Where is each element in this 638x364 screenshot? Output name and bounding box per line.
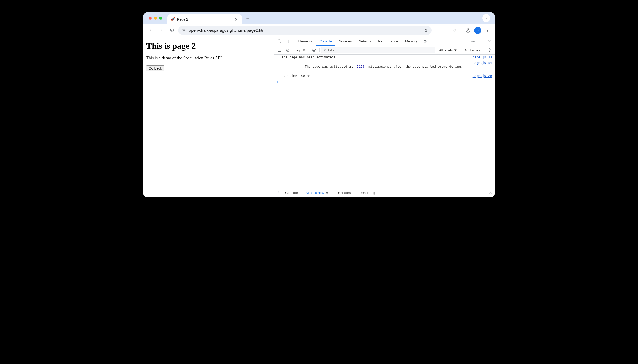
console-log: The page has been activated! page.js:33 … [274, 55, 495, 188]
issues-label: No Issues [465, 48, 480, 52]
labs-button[interactable] [464, 26, 473, 35]
filter-input[interactable] [328, 48, 433, 52]
devtools-close-button[interactable] [485, 39, 493, 43]
log-levels-selector[interactable]: All levels ▼ [437, 48, 459, 52]
drawer-close-button[interactable] [489, 191, 492, 195]
chevrons-right-icon [423, 39, 427, 43]
inspect-button[interactable] [276, 39, 283, 43]
svg-point-8 [473, 41, 474, 42]
tab-sources[interactable]: Sources [336, 37, 355, 46]
log-text: The page has been activated! [282, 55, 336, 59]
svg-point-16 [314, 50, 315, 51]
window-minimize-button[interactable] [154, 17, 157, 20]
tab-title: Page 2 [177, 17, 231, 21]
tab-memory[interactable]: Memory [402, 37, 421, 46]
inspect-icon [277, 39, 282, 43]
gear-icon [488, 48, 492, 52]
forward-button[interactable] [157, 26, 166, 35]
console-toolbar: top ▼ All levels ▼ No Issues [274, 46, 495, 55]
tab-elements[interactable]: Elements [295, 37, 316, 46]
svg-point-9 [481, 40, 481, 40]
tab-performance[interactable]: Performance [375, 37, 401, 46]
new-tab-button[interactable]: ＋ [244, 14, 252, 22]
toolbar: open-chalk-asparagus.glitch.me/page2.htm… [143, 24, 495, 37]
web-page: This is page 2 This is a demo of the Spe… [143, 37, 274, 197]
drawer-menu-button[interactable] [276, 191, 280, 195]
drawer-tab-rendering[interactable]: Rendering [356, 188, 379, 197]
console-settings-button[interactable] [486, 48, 493, 52]
svg-point-1 [185, 31, 185, 31]
tabs-overflow-button[interactable] [421, 39, 429, 43]
page-heading: This is page 2 [146, 41, 271, 51]
ban-icon [286, 48, 290, 52]
log-source-link[interactable]: page.js:20 [473, 74, 492, 78]
log-row: The page was activated at: 5130 millisec… [274, 60, 495, 73]
address-bar[interactable]: open-chalk-asparagus.glitch.me/page2.htm… [178, 26, 432, 35]
drawer-tab-close[interactable]: ✕ [324, 191, 330, 195]
live-expression-button[interactable] [311, 48, 318, 52]
svg-point-20 [278, 194, 279, 194]
dropdown-icon: ▼ [454, 48, 457, 52]
window-controls [149, 17, 162, 20]
profile-button[interactable]: B [473, 26, 482, 35]
console-prompt[interactable]: › [274, 79, 495, 85]
sidebar-icon [277, 48, 281, 52]
devtools-drawer: Console What's new ✕ Sensors Rendering [274, 188, 495, 197]
devtools-settings-button[interactable] [469, 39, 477, 43]
tab-console[interactable]: Console [316, 37, 335, 46]
filter-box[interactable] [321, 47, 435, 53]
drawer-tab-label: What's new [306, 191, 324, 195]
log-number: 5130 [357, 65, 365, 68]
toolbar-divider [461, 28, 461, 33]
flask-icon [466, 28, 470, 33]
tab-close-button[interactable]: ✕ [233, 17, 239, 22]
chevron-down-icon [485, 17, 488, 20]
puzzle-icon [452, 28, 457, 33]
filter-icon [323, 48, 326, 52]
close-icon [487, 39, 491, 43]
window-zoom-button[interactable] [159, 17, 162, 20]
dropdown-icon: ▼ [302, 48, 306, 52]
drawer-tab-whats-new[interactable]: What's new ✕ [303, 188, 333, 197]
kebab-icon [485, 28, 490, 33]
devtools-panel: Elements Console Sources Network Perform… [274, 37, 495, 197]
bookmark-button[interactable] [424, 28, 428, 33]
svg-point-10 [481, 41, 481, 42]
log-text: The page was activated at: [305, 65, 357, 68]
log-source-link[interactable]: page.js:34 [473, 61, 492, 65]
context-selector[interactable]: top ▼ [295, 48, 307, 52]
back-button[interactable] [146, 26, 155, 35]
kebab-icon [276, 191, 280, 195]
drawer-tab-sensors[interactable]: Sensors [334, 188, 355, 197]
log-text: milliseconds after the page started prer… [365, 65, 463, 68]
console-sidebar-toggle[interactable] [276, 48, 283, 52]
tab-network[interactable]: Network [356, 37, 375, 46]
svg-rect-12 [278, 49, 281, 51]
tab-strip: 🚀 Page 2 ✕ ＋ [143, 12, 495, 24]
svg-point-3 [487, 30, 488, 30]
extensions-button[interactable] [450, 26, 459, 35]
clear-console-button[interactable] [284, 48, 291, 52]
drawer-tab-console[interactable]: Console [281, 188, 302, 197]
site-settings-icon[interactable] [181, 28, 186, 33]
gear-icon [471, 39, 475, 43]
svg-line-15 [287, 49, 289, 51]
tab-overflow-button[interactable] [482, 14, 490, 22]
devices-icon [285, 39, 290, 43]
device-toggle-button[interactable] [284, 39, 291, 43]
kebab-icon [479, 39, 483, 43]
go-back-button[interactable]: Go back [146, 65, 164, 71]
issues-button[interactable]: No Issues [463, 48, 483, 52]
svg-point-2 [487, 29, 488, 29]
browser-tab[interactable]: 🚀 Page 2 ✕ [167, 14, 242, 24]
window-close-button[interactable] [149, 17, 152, 20]
svg-rect-5 [278, 40, 280, 42]
svg-point-4 [487, 31, 488, 32]
context-label: top [296, 48, 301, 52]
log-source-link[interactable]: page.js:33 [473, 55, 492, 59]
app-menu-button[interactable] [483, 26, 492, 35]
devtools-menu-button[interactable] [477, 39, 485, 43]
reload-button[interactable] [168, 26, 177, 35]
log-row: LCP time: 50 ms page.js:20 [274, 73, 495, 79]
arrow-right-icon [159, 28, 164, 33]
